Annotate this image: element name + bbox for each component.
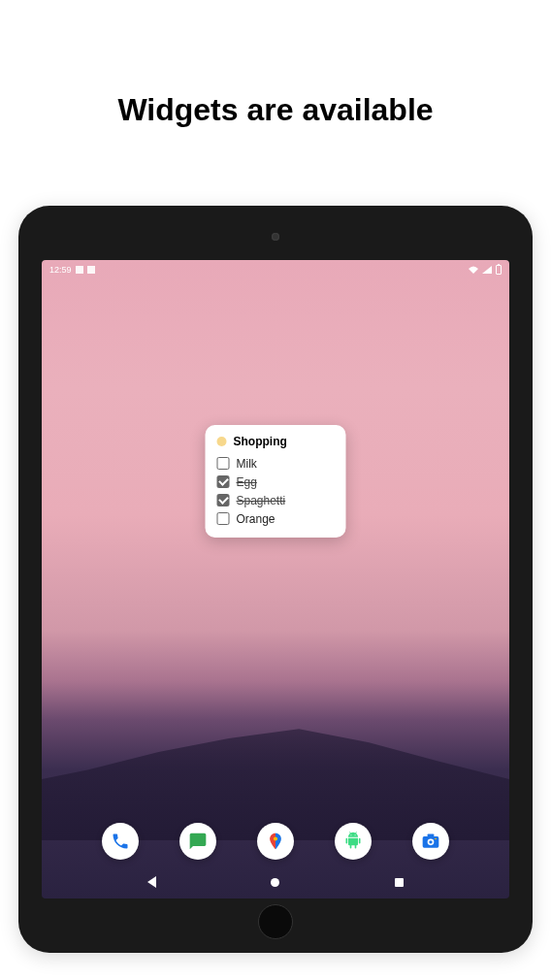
- widget-item[interactable]: Egg: [217, 473, 335, 491]
- tablet-camera: [272, 233, 279, 241]
- nav-back-icon[interactable]: [147, 876, 156, 888]
- widget-item[interactable]: Spaghetti: [217, 491, 335, 509]
- widget-item-label: Spaghetti: [237, 494, 286, 507]
- page-title: Widgets are available: [117, 92, 433, 128]
- status-bar: 12:59: [42, 260, 509, 279]
- svg-point-3: [429, 840, 432, 843]
- nav-recent-icon[interactable]: [395, 878, 404, 887]
- widget-item-label: Milk: [237, 457, 257, 471]
- widget-header: Shopping: [217, 435, 335, 448]
- wallpaper-mountain: [42, 704, 509, 840]
- widget-item[interactable]: Milk: [217, 454, 335, 473]
- checkbox-icon[interactable]: [217, 475, 230, 488]
- svg-point-5: [435, 838, 437, 840]
- notification-icon: [87, 266, 95, 274]
- messages-app-icon[interactable]: [179, 823, 216, 860]
- checkbox-icon[interactable]: [217, 494, 230, 506]
- widget-title: Shopping: [234, 435, 287, 448]
- tablet-screen[interactable]: 12:59 Shopping MilkEggSpaghettiOrange: [42, 260, 509, 898]
- notification-icon: [76, 266, 83, 274]
- widget-item[interactable]: Orange: [217, 509, 335, 528]
- camera-app-icon[interactable]: [412, 823, 449, 860]
- maps-app-icon[interactable]: [257, 823, 294, 860]
- tablet-home-button[interactable]: [258, 904, 293, 939]
- svg-rect-4: [428, 834, 435, 837]
- widget-item-label: Orange: [237, 512, 276, 526]
- shopping-list-widget[interactable]: Shopping MilkEggSpaghettiOrange: [206, 425, 346, 538]
- navigation-bar: [42, 866, 509, 898]
- phone-app-icon[interactable]: [102, 823, 139, 860]
- checkbox-icon[interactable]: [217, 512, 230, 525]
- widget-color-dot-icon: [217, 437, 227, 446]
- status-bar-right: [469, 265, 502, 275]
- widget-item-label: Egg: [237, 475, 257, 489]
- svg-point-0: [274, 836, 277, 840]
- battery-icon: [496, 265, 502, 275]
- checkbox-icon[interactable]: [217, 457, 230, 470]
- wifi-icon: [469, 266, 478, 274]
- app-dock: [42, 823, 509, 860]
- status-time: 12:59: [49, 265, 72, 275]
- signal-icon: [482, 266, 492, 274]
- tablet-frame: 12:59 Shopping MilkEggSpaghettiOrange: [18, 206, 533, 953]
- nav-home-icon[interactable]: [271, 878, 279, 887]
- android-app-icon[interactable]: [335, 823, 372, 860]
- status-bar-left: 12:59: [49, 265, 95, 275]
